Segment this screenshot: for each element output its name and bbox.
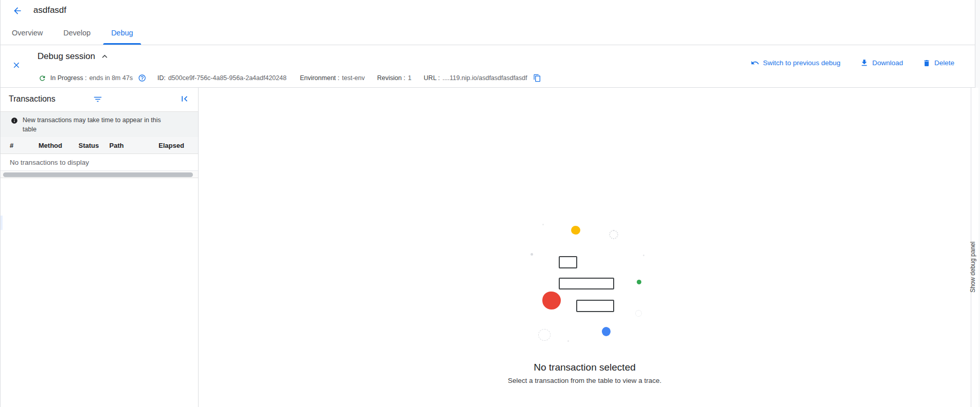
session-title: Debug session (37, 51, 95, 62)
illustration-medium-rectangle (576, 300, 614, 312)
environment-label: Environment : (300, 74, 339, 82)
illustration-green-dot (637, 280, 641, 284)
download-label: Download (872, 59, 903, 67)
trace-empty-state: No transaction selected Select a transac… (199, 88, 971, 407)
collapse-session-button[interactable] (99, 51, 110, 62)
copy-url-button[interactable] (533, 74, 541, 82)
url-label: URL : (424, 74, 440, 82)
transactions-empty-message: No transactions to display (1, 154, 198, 171)
transactions-notice-banner: New transactions may take time to appear… (1, 111, 198, 137)
transactions-horizontal-scrollbar (1, 171, 198, 178)
column-method: Method (38, 142, 79, 149)
collapse-panel-icon (179, 93, 190, 104)
transactions-notice-text: New transactions may take time to appear… (23, 112, 177, 137)
id-label: ID: (158, 74, 166, 82)
illustration-red-blob (542, 292, 561, 309)
download-button[interactable]: Download (860, 59, 903, 67)
environment-value: test-env (342, 74, 365, 82)
switch-previous-debug-label: Switch to previous debug (763, 59, 840, 67)
illustration-yellow-blob (571, 226, 580, 235)
revision-value: 1 (408, 74, 411, 82)
delete-label: Delete (934, 59, 954, 67)
tab-debug[interactable]: Debug (101, 21, 144, 45)
session-actions: Switch to previous debug Download Delete (751, 59, 954, 67)
illustration-micro-dot-bottom (567, 340, 569, 342)
transactions-title: Transactions (9, 94, 55, 104)
status-label: In Progress : (50, 74, 87, 82)
status-countdown: ends in 8m 47s (89, 74, 133, 82)
apigee-debug-page: asdfasdf Overview Develop Debug Debug se… (0, 0, 980, 407)
illustration-blue-blob (602, 327, 611, 336)
illustration-micro-dot-right (643, 255, 644, 256)
transactions-panel: Transactions New transactions may take t… (1, 88, 199, 407)
illustration-dotted-circle-top (609, 230, 618, 239)
download-icon (860, 59, 869, 67)
delete-button[interactable]: Delete (923, 59, 954, 67)
tab-debug-label: Debug (111, 29, 133, 37)
scrollbar-thumb[interactable] (3, 172, 193, 177)
close-session-button[interactable] (12, 61, 22, 71)
trash-icon (923, 59, 931, 67)
url-value: ....119.nip.io/asdfasdfasdfasdf (442, 74, 527, 82)
column-status: Status (79, 142, 109, 149)
empty-state-subtitle: Select a transaction from the table to v… (199, 377, 971, 384)
illustration-dashed-circle (538, 329, 551, 341)
empty-state-title: No transaction selected (199, 362, 971, 373)
illustration-small-rectangle (559, 256, 577, 268)
tab-overview-label: Overview (12, 29, 43, 37)
left-scroll-hint (1, 216, 3, 230)
revision-label: Revision : (377, 74, 405, 82)
id-value: d500ce9f-756c-4a85-956a-2a4adf420248 (168, 74, 287, 82)
page-title: asdfasdf (33, 5, 66, 15)
tab-develop[interactable]: Develop (53, 21, 101, 45)
column-number: # (10, 142, 38, 149)
back-button[interactable] (11, 4, 24, 17)
column-elapsed: Elapsed (159, 142, 198, 149)
tab-develop-label: Develop (63, 29, 90, 37)
undo-icon (751, 59, 759, 67)
active-tab-indicator (103, 43, 142, 45)
debug-session-header: Debug session In Progress : ends in 8m 4… (1, 45, 975, 88)
filter-icon (93, 94, 103, 104)
illustration-dotted-speckle-right (635, 310, 642, 317)
transactions-header: Transactions (1, 88, 198, 111)
session-status-row: In Progress : ends in 8m 47s ID: d500ce9… (38, 73, 541, 83)
show-debug-panel-label[interactable]: Show debug panel (969, 226, 978, 293)
in-progress-icon (38, 74, 46, 82)
info-icon (11, 117, 18, 137)
help-icon[interactable] (138, 74, 146, 82)
tab-bar: Overview Develop Debug (1, 21, 975, 45)
filter-button[interactable] (93, 94, 103, 105)
tab-overview[interactable]: Overview (2, 21, 53, 45)
column-path: Path (109, 142, 159, 149)
close-icon (12, 61, 22, 70)
switch-previous-debug-button[interactable]: Switch to previous debug (751, 59, 840, 67)
illustration-long-rectangle (559, 278, 614, 289)
chevron-up-icon (100, 51, 110, 62)
transactions-column-headers: # Method Status Path Elapsed (1, 137, 198, 154)
app-header: asdfasdf (1, 0, 975, 21)
illustration-micro-dot (542, 224, 544, 225)
collapse-panel-button[interactable] (179, 93, 190, 105)
arrow-back-icon (12, 6, 23, 16)
illustration-gray-dot-left (531, 253, 533, 256)
